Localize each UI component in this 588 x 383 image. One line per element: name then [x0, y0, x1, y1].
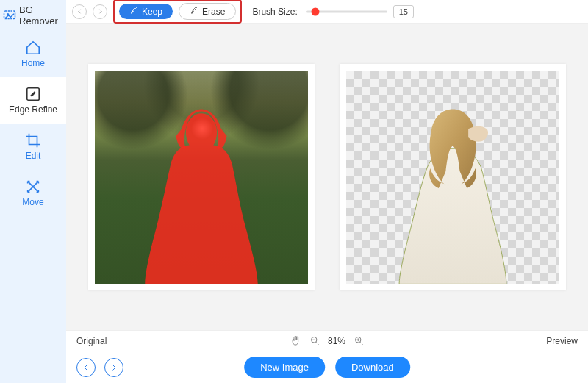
app-logo: BG Remover [0, 0, 66, 31]
zoom-out-button[interactable] [309, 335, 320, 347]
sidebar: BG Remover Home Edge Refine Edit [0, 0, 66, 383]
sidebar-item-edit[interactable]: Edit [0, 124, 66, 170]
svg-line-4 [316, 342, 318, 344]
sidebar-item-label: Home [21, 58, 45, 68]
original-label: Original [76, 336, 107, 346]
sidebar-item-label: Edit [26, 151, 41, 161]
erase-brush-icon [190, 6, 198, 17]
status-bar: Original 81% Preview [66, 330, 588, 351]
app-logo-icon [3, 9, 16, 22]
prev-image-button[interactable] [76, 358, 96, 377]
new-image-button[interactable]: New Image [244, 357, 325, 378]
app-title: BG Remover [19, 4, 63, 26]
home-icon [25, 40, 41, 56]
original-image [95, 71, 308, 284]
sidebar-item-home[interactable]: Home [0, 31, 66, 77]
zoom-in-button[interactable] [353, 335, 365, 347]
svg-line-7 [360, 342, 362, 344]
zoom-value: 81% [328, 336, 345, 346]
slider-thumb[interactable] [311, 7, 319, 15]
original-panel[interactable] [88, 64, 315, 290]
sidebar-item-label: Edge Refine [9, 104, 57, 115]
preview-label: Preview [546, 336, 578, 346]
preview-panel[interactable] [340, 64, 566, 290]
sidebar-item-edge-refine[interactable]: Edge Refine [0, 77, 66, 124]
preview-image [346, 71, 559, 284]
keep-brush-icon [129, 6, 138, 17]
sidebar-item-move[interactable]: Move [0, 170, 66, 216]
pan-hand-icon[interactable] [290, 335, 301, 347]
sidebar-item-label: Move [22, 197, 43, 207]
app-root: BG Remover Home Edge Refine Edit [0, 0, 588, 383]
toolbar: Keep Erase Brush Size: 15 [66, 0, 588, 24]
erase-button[interactable]: Erase [179, 3, 236, 20]
keep-erase-group-highlight: Keep Erase [113, 0, 242, 24]
cutout-figure [376, 101, 530, 284]
brush-size-label: Brush Size: [252, 7, 297, 17]
keep-mask-overlay [125, 101, 279, 284]
brush-size-value[interactable]: 15 [393, 5, 414, 18]
canvas-area [66, 24, 588, 330]
brush-size-slider[interactable] [306, 7, 387, 17]
erase-label: Erase [202, 7, 225, 17]
keep-label: Keep [142, 7, 162, 17]
crop-icon [25, 132, 41, 148]
bottom-actions: New Image Download [244, 357, 410, 378]
edge-refine-icon [25, 86, 41, 102]
download-button[interactable]: Download [335, 357, 410, 378]
redo-button[interactable] [93, 4, 107, 19]
move-icon [25, 179, 41, 195]
bottom-bar: New Image Download [66, 351, 588, 383]
undo-button[interactable] [72, 4, 87, 19]
zoom-controls: 81% [290, 335, 365, 347]
main: Keep Erase Brush Size: 15 [66, 0, 588, 383]
next-image-button[interactable] [104, 358, 123, 377]
keep-button[interactable]: Keep [119, 4, 173, 19]
